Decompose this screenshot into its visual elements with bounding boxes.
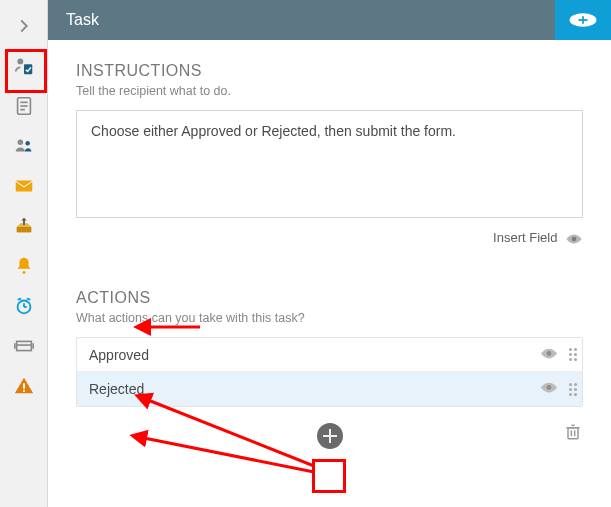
svg-line-16	[26, 299, 30, 300]
svg-point-28	[547, 385, 552, 390]
action-item[interactable]: Approved	[77, 338, 582, 372]
instructions-heading: INSTRUCTIONS	[76, 62, 583, 80]
delete-action-button[interactable]	[563, 421, 583, 447]
drag-handle-icon[interactable]	[569, 348, 572, 361]
action-item[interactable]: Rejected	[77, 372, 582, 406]
svg-rect-22	[23, 390, 25, 392]
instructions-section: INSTRUCTIONS Tell the recipient what to …	[76, 62, 583, 245]
action-label: Approved	[89, 347, 149, 363]
add-tab-button[interactable]	[555, 0, 611, 40]
svg-rect-21	[23, 383, 25, 389]
action-list: ApprovedRejected	[76, 337, 583, 407]
svg-rect-8	[15, 181, 32, 192]
nav-warning-icon[interactable]	[0, 366, 48, 406]
nav-task-icon[interactable]	[0, 46, 48, 86]
nav-form-icon[interactable]	[0, 86, 48, 126]
nav-bell-icon[interactable]	[0, 246, 48, 286]
nav-clock-icon[interactable]	[0, 286, 48, 326]
main-panel: Task INSTRUCTIONS Tell the recipient wha…	[48, 0, 611, 507]
insert-field-button[interactable]: Insert Field	[493, 230, 583, 245]
svg-line-15	[17, 299, 21, 300]
panel-header: Task	[48, 0, 611, 40]
insert-field-label: Insert Field	[493, 230, 557, 245]
panel-title: Task	[66, 11, 99, 29]
svg-point-7	[25, 141, 29, 145]
actions-sub: What actions can you take with this task…	[76, 311, 583, 325]
nav-users-icon[interactable]	[0, 126, 48, 166]
svg-rect-1	[24, 64, 32, 74]
collapse-button[interactable]	[0, 6, 48, 46]
eye-icon	[565, 233, 583, 245]
svg-point-6	[17, 140, 22, 146]
sidebar	[0, 0, 48, 507]
add-action-button[interactable]	[317, 423, 343, 449]
actions-heading: ACTIONS	[76, 289, 583, 307]
action-label: Rejected	[89, 381, 144, 397]
eye-icon[interactable]	[539, 381, 559, 397]
svg-point-0	[17, 58, 23, 64]
svg-point-27	[547, 351, 552, 356]
drag-handle-icon[interactable]	[569, 383, 572, 396]
instructions-sub: Tell the recipient what to do.	[76, 84, 583, 98]
nav-upload-icon[interactable]	[0, 206, 48, 246]
svg-point-11	[22, 271, 25, 274]
actions-section: ACTIONS What actions can you take with t…	[76, 289, 583, 455]
svg-rect-29	[568, 428, 578, 439]
svg-marker-10	[21, 218, 27, 221]
eye-icon[interactable]	[539, 347, 559, 363]
nav-mail-icon[interactable]	[0, 166, 48, 206]
instructions-input[interactable]	[76, 110, 583, 218]
svg-rect-17	[16, 341, 31, 350]
svg-point-26	[572, 236, 577, 241]
nav-layout-icon[interactable]	[0, 326, 48, 366]
